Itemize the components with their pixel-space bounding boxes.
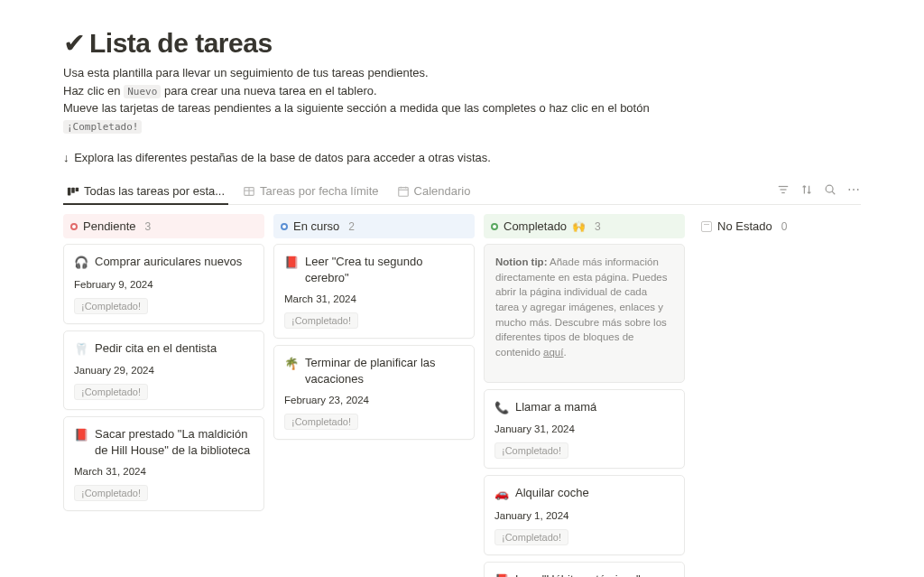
complete-button[interactable]: ¡Completado!	[494, 442, 568, 459]
card-title: Leer "Crea tu segundo cerebro"	[305, 254, 464, 285]
description-line-3: Mueve las tarjetas de tareas pendientes …	[63, 99, 861, 117]
tab-label: Todas las tareas por esta...	[84, 184, 225, 198]
task-card[interactable]: 🎧 Comprar auriculares nuevos February 9,…	[63, 244, 264, 324]
tip-body: Añade más información directamente en es…	[495, 256, 668, 358]
card-title: Llamar a mamá	[515, 399, 596, 415]
card-date: March 31, 2024	[284, 293, 464, 304]
card-title: Pedir cita en el dentista	[95, 340, 217, 357]
task-card[interactable]: 📞 Llamar a mamá January 31, 2024 ¡Comple…	[484, 389, 685, 470]
card-title: Comprar auriculares nuevos	[95, 254, 242, 270]
task-card[interactable]: 📕 Leer "Crea tu segundo cerebro" March 3…	[273, 244, 475, 339]
tooth-icon: 🦷	[74, 341, 88, 358]
card-title: Terminar de planificar las vacaciones	[305, 355, 464, 386]
book-icon: 📕	[74, 427, 88, 443]
card-date: February 9, 2024	[74, 279, 254, 290]
kanban-board: Pendiente 3 🎧 Comprar auriculares nuevos…	[63, 214, 861, 577]
description-line-1: Usa esta plantilla para llevar un seguim…	[63, 64, 861, 82]
book-icon: 📕	[494, 572, 509, 577]
complete-button[interactable]: ¡Completado!	[284, 312, 358, 329]
column-header-completed[interactable]: Completado 🙌 3	[484, 214, 685, 238]
card-date: February 23, 2024	[284, 395, 464, 405]
calendar-icon	[397, 185, 410, 198]
search-icon[interactable]	[823, 182, 837, 197]
column-name: Completado	[504, 219, 567, 233]
tab-by-due-date[interactable]: Tareas por fecha límite	[239, 179, 383, 205]
palm-tree-icon: 🌴	[284, 356, 299, 372]
card-date: January 29, 2024	[74, 365, 254, 376]
complete-button[interactable]: ¡Completado!	[74, 384, 148, 400]
new-code-label: Nuevo	[124, 85, 161, 98]
tab-label: Tareas por fecha límite	[260, 184, 379, 198]
view-tabs: Todas las tareas por esta... Tareas por …	[63, 179, 776, 204]
task-card[interactable]: 📕 Leer "Hábitos atómicos" March 31, 2024…	[484, 562, 685, 577]
celebrate-icon: 🙌	[572, 220, 586, 233]
text: Explora las diferentes pestañas de la ba…	[74, 151, 491, 164]
description-line-2: Haz clic en Nuevo para crear una nueva t…	[63, 82, 861, 100]
svg-rect-0	[68, 187, 71, 195]
text: Haz clic en	[63, 84, 121, 98]
complete-button[interactable]: ¡Completado!	[74, 298, 148, 314]
complete-button[interactable]: ¡Completado!	[494, 529, 568, 545]
card-title: Alquilar coche	[515, 485, 589, 501]
description-bottom: ↓ Explora las diferentes pestañas de la …	[63, 151, 861, 164]
tip-label: Notion tip:	[495, 256, 547, 267]
page-title: ✔ Lista de tareas	[63, 27, 861, 59]
complete-button[interactable]: ¡Completado!	[284, 414, 358, 430]
column-in-progress: En curso 2 📕 Leer "Crea tu segundo cereb…	[273, 214, 475, 446]
task-card[interactable]: 📕 Sacar prestado "La maldición de Hill H…	[63, 416, 264, 511]
column-name: No Estado	[717, 219, 772, 233]
svg-line-14	[832, 191, 835, 194]
column-header-pending[interactable]: Pendiente 3	[63, 214, 264, 238]
car-icon: 🚗	[494, 486, 509, 502]
notion-tip-card: Notion tip: Añade más información direct…	[484, 244, 685, 383]
card-date: March 31, 2024	[74, 466, 254, 477]
column-count: 0	[781, 220, 788, 233]
table-icon	[243, 185, 255, 198]
text: .	[563, 347, 566, 358]
more-icon[interactable]: ⋯	[846, 182, 861, 197]
headphones-icon: 🎧	[74, 255, 88, 271]
book-icon: 📕	[284, 255, 299, 271]
column-count: 3	[595, 220, 601, 233]
board-icon	[67, 185, 79, 198]
column-count: 2	[348, 220, 355, 233]
phone-icon: 📞	[494, 400, 509, 416]
status-dot-icon	[281, 223, 288, 230]
status-dot-icon	[70, 223, 78, 230]
tab-calendar[interactable]: Calendario	[393, 179, 475, 205]
page-title-text: Lista de tareas	[89, 28, 273, 59]
task-card[interactable]: 🌴 Terminar de planificar las vacaciones …	[273, 345, 475, 440]
card-title: Sacar prestado "La maldición de Hill Hou…	[95, 426, 254, 458]
down-arrow-icon: ↓	[63, 151, 69, 164]
completed-code-label: ¡Completado!	[63, 120, 142, 134]
empty-state-icon	[701, 221, 712, 232]
sort-icon[interactable]	[799, 182, 814, 197]
card-title: Leer "Hábitos atómicos"	[515, 572, 641, 577]
tab-all-tasks[interactable]: Todas las tareas por esta...	[63, 179, 228, 205]
column-header-no-state[interactable]: No Estado 0	[694, 214, 895, 238]
column-pending: Pendiente 3 🎧 Comprar auriculares nuevos…	[63, 214, 264, 517]
card-date: January 1, 2024	[494, 510, 674, 521]
column-no-state: No Estado 0	[694, 214, 895, 244]
column-completed: Completado 🙌 3 Notion tip: Añade más inf…	[484, 214, 685, 577]
text: para crear una nueva tarea en el tablero…	[164, 84, 377, 98]
task-card[interactable]: 🦷 Pedir cita en el dentista January 29, …	[63, 330, 264, 411]
svg-rect-2	[76, 187, 79, 191]
filter-icon[interactable]	[776, 182, 790, 197]
svg-point-13	[826, 185, 833, 192]
task-card[interactable]: 🚗 Alquilar coche January 1, 2024 ¡Comple…	[484, 475, 685, 555]
tab-label: Calendario	[414, 184, 471, 198]
svg-rect-1	[71, 187, 75, 192]
tip-link[interactable]: aquí	[543, 347, 563, 358]
status-dot-icon	[491, 223, 498, 230]
column-header-in-progress[interactable]: En curso 2	[273, 214, 475, 238]
column-name: En curso	[293, 219, 339, 233]
checkmark-icon: ✔	[63, 27, 86, 59]
column-name: Pendiente	[83, 219, 136, 233]
complete-button[interactable]: ¡Completado!	[74, 485, 148, 501]
svg-rect-6	[398, 187, 408, 196]
card-date: January 31, 2024	[494, 423, 674, 434]
column-count: 3	[145, 220, 152, 233]
